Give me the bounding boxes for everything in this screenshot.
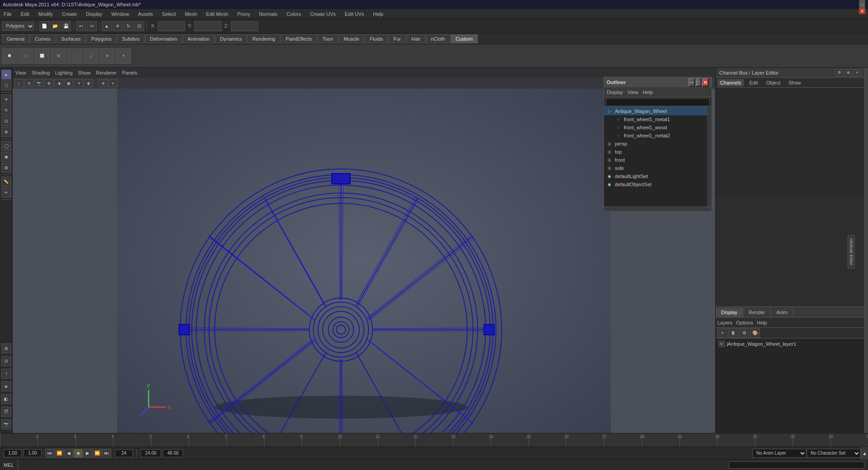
tab-show[interactable]: Show: [786, 79, 804, 86]
play-back-step-button[interactable]: ⏪: [55, 449, 64, 458]
panel-resize-button[interactable]: ⊞: [844, 69, 852, 76]
soft-mod-tool[interactable]: ◯: [1, 141, 11, 151]
tab-object[interactable]: Object: [763, 79, 783, 86]
layer-visibility-toggle[interactable]: V: [718, 341, 725, 347]
save-button[interactable]: 💾: [61, 21, 71, 31]
render-icon[interactable]: 🎬: [1, 407, 11, 417]
shelf-tab-polygons[interactable]: Polygons: [86, 34, 116, 43]
layer-options-btn[interactable]: ⚙: [739, 328, 749, 338]
menu-item-help[interactable]: Help: [371, 10, 385, 18]
coord-x-value[interactable]: [158, 21, 185, 31]
outliner-hscroll[interactable]: [604, 207, 712, 211]
outliner-minimize[interactable]: ─: [689, 78, 694, 87]
vp-shaded-btn[interactable]: ◑: [54, 79, 63, 87]
cb-tab-anim[interactable]: Anim: [771, 308, 793, 317]
shelf-icon-8[interactable]: ✦: [116, 48, 131, 64]
outliner-item[interactable]: ◎front: [604, 156, 712, 164]
menu-item-normals[interactable]: Normals: [257, 10, 279, 18]
vp-menu-view[interactable]: View: [15, 70, 26, 75]
shelf-tab-general[interactable]: General: [2, 34, 29, 43]
show-manip[interactable]: ⊞: [1, 163, 11, 173]
move-button[interactable]: ✛: [113, 21, 123, 31]
play-back-button[interactable]: ◀: [64, 449, 73, 458]
shelf-tab-rendering[interactable]: Rendering: [247, 34, 280, 43]
scale-button[interactable]: ⊡: [134, 21, 144, 31]
snap-curve[interactable]: ⌇: [1, 369, 11, 379]
menu-item-edit-mesh[interactable]: Edit Mesh: [204, 10, 230, 18]
move-tool[interactable]: ✛: [1, 94, 11, 104]
shelf-tab-surfaces[interactable]: Surfaces: [56, 34, 85, 43]
menu-item-colors[interactable]: Colors: [285, 10, 303, 18]
shelf-tab-curves[interactable]: Curves: [30, 34, 56, 43]
vp-grid-btn[interactable]: #: [108, 79, 118, 87]
anim-layer-select[interactable]: No Anim Layer: [752, 449, 807, 458]
select-tool[interactable]: ▲: [1, 70, 11, 80]
start-frame-input[interactable]: 1.00: [4, 449, 22, 457]
menu-item-assets[interactable]: Assets: [136, 10, 155, 18]
range-start-input[interactable]: 24.00: [141, 449, 161, 457]
select-button[interactable]: ▲: [102, 21, 112, 31]
outliner-search-input[interactable]: [606, 98, 710, 106]
outliner-scrollbar[interactable]: [707, 107, 712, 207]
vp-camera-btn[interactable]: 📷: [34, 79, 43, 87]
shelf-tab-dynamics[interactable]: Dynamics: [215, 34, 247, 43]
outliner-close[interactable]: ✕: [702, 78, 709, 87]
play-back-end-button[interactable]: ⏮: [45, 449, 54, 458]
sculpt-tool[interactable]: ◉: [1, 152, 11, 162]
outliner-display[interactable]: Display: [607, 89, 623, 95]
vp-lights-btn[interactable]: ☀: [74, 79, 83, 87]
snap-surface[interactable]: ◧: [1, 394, 11, 404]
outliner-item[interactable]: ○front_wheel1_wood: [604, 123, 712, 132]
menu-item-select[interactable]: Select: [160, 10, 178, 18]
quick-layout[interactable]: ⊞: [1, 343, 11, 353]
menu-item-display[interactable]: Display: [84, 10, 104, 18]
coord-y-value[interactable]: [194, 21, 222, 31]
new-scene-button[interactable]: 📄: [39, 21, 49, 31]
shelf-tab-hair[interactable]: Hair: [406, 34, 425, 43]
scale-tool[interactable]: ⊡: [1, 116, 11, 126]
open-button[interactable]: 📂: [50, 21, 60, 31]
shelf-icon-5[interactable]: ○: [67, 48, 82, 64]
cb-tab-render[interactable]: Render: [743, 308, 771, 317]
undo-button[interactable]: ↩: [76, 21, 86, 31]
outliner-item[interactable]: ◎side: [604, 164, 712, 172]
play-fwd-end-button[interactable]: ⏭: [102, 449, 111, 458]
menu-item-proxy[interactable]: Proxy: [236, 10, 252, 18]
timeline-track[interactable]: 123456789101112131415161718192021222324: [0, 433, 868, 446]
outliner-item[interactable]: ▷Antique_Wagon_Wheel: [604, 107, 712, 115]
outliner-help[interactable]: Help: [643, 89, 653, 95]
vp-menu-show[interactable]: Show: [78, 70, 91, 75]
shelf-tab-animation[interactable]: Animation: [183, 34, 215, 43]
end-frame-input[interactable]: 24: [115, 449, 133, 457]
layer-name[interactable]: |Antique_Wagon_Wheel_layer1: [726, 341, 796, 347]
vp-home-btn[interactable]: ⌂: [14, 79, 24, 87]
panel-gear-button[interactable]: ⚙: [835, 69, 843, 76]
layer-new-btn[interactable]: +: [717, 328, 727, 338]
cb-sub-options[interactable]: Options: [736, 320, 753, 325]
shelf-icon-1[interactable]: 🔲: [2, 48, 17, 64]
layer-delete-btn[interactable]: 🗑: [728, 328, 738, 338]
vp-menu-shading[interactable]: Shading: [32, 70, 50, 75]
universal-manip[interactable]: ⊕: [1, 127, 11, 137]
vp-texture-btn[interactable]: ▦: [64, 79, 73, 87]
camera-icon[interactable]: 📷: [1, 419, 11, 429]
range-end-input[interactable]: 48.00: [163, 449, 183, 457]
shelf-tab-deformation[interactable]: Deformation: [145, 34, 182, 43]
menu-item-file[interactable]: File: [2, 10, 14, 18]
outliner-item[interactable]: ○front_wheel1_metal2: [604, 132, 712, 140]
shelf-tab-custom[interactable]: Custom: [451, 34, 478, 43]
coord-z-value[interactable]: [231, 21, 258, 31]
shelf-tab-fluids[interactable]: Fluids: [365, 34, 388, 43]
outliner-item[interactable]: ◎persp: [604, 140, 712, 148]
shelf-tab-muscle[interactable]: Muscle: [339, 34, 364, 43]
cb-sub-help[interactable]: Help: [757, 320, 767, 325]
annotation-tool[interactable]: ✏: [1, 188, 11, 197]
play-forward-button[interactable]: ▶: [83, 449, 92, 458]
menu-item-mesh[interactable]: Mesh: [183, 10, 199, 18]
menu-item-window[interactable]: Window: [109, 10, 131, 18]
vp-wireframe-btn[interactable]: ⊞: [44, 79, 53, 87]
vp-menu-lighting[interactable]: Lighting: [55, 70, 73, 75]
menu-item-modify[interactable]: Modify: [37, 10, 55, 18]
shelf-tab-fur[interactable]: Fur: [388, 34, 406, 43]
outliner-item[interactable]: ◉defaultLightSet: [604, 172, 712, 180]
